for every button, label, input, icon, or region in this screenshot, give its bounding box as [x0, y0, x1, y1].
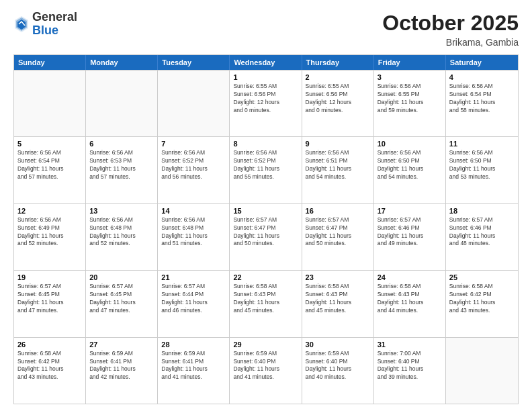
cal-cell [14, 71, 86, 136]
cal-cell: 5Sunrise: 6:56 AM Sunset: 6:54 PM Daylig… [14, 137, 86, 203]
cal-cell: 29Sunrise: 6:59 AM Sunset: 6:40 PM Dayli… [230, 338, 302, 404]
day-number: 9 [306, 140, 370, 148]
week-row-1: 1Sunrise: 6:55 AM Sunset: 6:56 PM Daylig… [14, 70, 518, 136]
day-number: 30 [306, 340, 370, 349]
day-number: 22 [233, 273, 298, 281]
logo-icon [13, 15, 30, 34]
day-number: 27 [89, 340, 154, 349]
day-info: Sunrise: 6:57 AM Sunset: 6:44 PM Dayligh… [161, 283, 226, 315]
day-info: Sunrise: 6:56 AM Sunset: 6:50 PM Dayligh… [378, 149, 442, 181]
weekday-header-thursday: Thursday [302, 55, 374, 70]
cal-cell: 8Sunrise: 6:56 AM Sunset: 6:52 PM Daylig… [230, 137, 302, 203]
day-info: Sunrise: 6:56 AM Sunset: 6:50 PM Dayligh… [449, 149, 515, 181]
day-info: Sunrise: 6:58 AM Sunset: 6:43 PM Dayligh… [233, 283, 298, 315]
calendar-header: SundayMondayTuesdayWednesdayThursdayFrid… [14, 55, 518, 70]
cal-cell: 22Sunrise: 6:58 AM Sunset: 6:43 PM Dayli… [230, 271, 302, 336]
day-info: Sunrise: 6:57 AM Sunset: 6:46 PM Dayligh… [378, 216, 442, 248]
cal-cell: 14Sunrise: 6:56 AM Sunset: 6:48 PM Dayli… [158, 204, 230, 270]
day-number: 5 [17, 140, 82, 148]
day-info: Sunrise: 6:56 AM Sunset: 6:51 PM Dayligh… [306, 149, 370, 181]
cal-cell: 25Sunrise: 6:58 AM Sunset: 6:42 PM Dayli… [446, 271, 518, 336]
day-number: 21 [161, 273, 226, 281]
logo: General Blue [13, 11, 77, 38]
cal-cell: 2Sunrise: 6:55 AM Sunset: 6:56 PM Daylig… [302, 71, 374, 136]
day-number: 26 [17, 340, 82, 349]
day-info: Sunrise: 6:59 AM Sunset: 6:40 PM Dayligh… [233, 350, 298, 382]
day-number: 18 [449, 207, 515, 215]
page: General Blue October 2025 Brikama, Gambi… [0, 0, 532, 411]
cal-cell: 10Sunrise: 6:56 AM Sunset: 6:50 PM Dayli… [374, 137, 446, 203]
month-title: October 2025 [382, 11, 519, 36]
day-info: Sunrise: 6:55 AM Sunset: 6:56 PM Dayligh… [233, 83, 298, 115]
day-number: 1 [233, 73, 298, 81]
week-row-4: 19Sunrise: 6:57 AM Sunset: 6:45 PM Dayli… [14, 270, 518, 336]
day-number: 2 [306, 73, 370, 81]
calendar: SundayMondayTuesdayWednesdayThursdayFrid… [13, 54, 519, 404]
cal-cell [86, 71, 158, 136]
day-number: 13 [89, 207, 154, 215]
day-number: 17 [378, 207, 442, 215]
day-info: Sunrise: 6:55 AM Sunset: 6:56 PM Dayligh… [306, 83, 370, 115]
cal-cell: 24Sunrise: 6:58 AM Sunset: 6:43 PM Dayli… [374, 271, 446, 336]
weekday-header-tuesday: Tuesday [158, 55, 230, 70]
weekday-header-saturday: Saturday [446, 55, 518, 70]
day-number: 20 [89, 273, 154, 281]
header: General Blue October 2025 Brikama, Gambi… [13, 11, 519, 48]
day-info: Sunrise: 6:56 AM Sunset: 6:54 PM Dayligh… [17, 149, 82, 181]
cal-cell: 6Sunrise: 6:56 AM Sunset: 6:53 PM Daylig… [86, 137, 158, 203]
day-info: Sunrise: 6:56 AM Sunset: 6:53 PM Dayligh… [89, 149, 154, 181]
week-row-5: 26Sunrise: 6:58 AM Sunset: 6:42 PM Dayli… [14, 337, 518, 404]
day-number: 7 [161, 140, 226, 148]
cal-cell: 18Sunrise: 6:57 AM Sunset: 6:46 PM Dayli… [446, 204, 518, 270]
title-block: October 2025 Brikama, Gambia [382, 11, 519, 48]
weekday-header-monday: Monday [86, 55, 158, 70]
day-number: 19 [17, 273, 82, 281]
day-info: Sunrise: 6:57 AM Sunset: 6:47 PM Dayligh… [306, 216, 370, 248]
day-number: 28 [161, 340, 226, 349]
week-row-2: 5Sunrise: 6:56 AM Sunset: 6:54 PM Daylig… [14, 136, 518, 203]
day-number: 6 [89, 140, 154, 148]
day-info: Sunrise: 6:57 AM Sunset: 6:47 PM Dayligh… [233, 216, 298, 248]
day-number: 8 [233, 140, 298, 148]
weekday-header-sunday: Sunday [14, 55, 86, 70]
logo-general-text: General [32, 10, 77, 24]
day-number: 25 [449, 273, 515, 281]
logo-blue-text: Blue [32, 24, 58, 37]
day-info: Sunrise: 6:56 AM Sunset: 6:52 PM Dayligh… [233, 149, 298, 181]
cal-cell: 27Sunrise: 6:59 AM Sunset: 6:41 PM Dayli… [86, 338, 158, 404]
calendar-body: 1Sunrise: 6:55 AM Sunset: 6:56 PM Daylig… [14, 70, 518, 404]
day-info: Sunrise: 6:58 AM Sunset: 6:43 PM Dayligh… [378, 283, 442, 315]
cal-cell: 26Sunrise: 6:58 AM Sunset: 6:42 PM Dayli… [14, 338, 86, 404]
day-number: 29 [233, 340, 298, 349]
day-number: 10 [378, 140, 442, 148]
cal-cell: 31Sunrise: 7:00 AM Sunset: 6:40 PM Dayli… [374, 338, 446, 404]
day-info: Sunrise: 6:56 AM Sunset: 6:54 PM Dayligh… [449, 83, 515, 115]
day-info: Sunrise: 6:57 AM Sunset: 6:45 PM Dayligh… [17, 283, 82, 315]
day-info: Sunrise: 6:58 AM Sunset: 6:43 PM Dayligh… [306, 283, 370, 315]
cal-cell: 20Sunrise: 6:57 AM Sunset: 6:45 PM Dayli… [86, 271, 158, 336]
day-number: 15 [233, 207, 298, 215]
cal-cell: 11Sunrise: 6:56 AM Sunset: 6:50 PM Dayli… [446, 137, 518, 203]
cal-cell: 9Sunrise: 6:56 AM Sunset: 6:51 PM Daylig… [302, 137, 374, 203]
cal-cell [158, 71, 230, 136]
day-info: Sunrise: 6:56 AM Sunset: 6:52 PM Dayligh… [161, 149, 226, 181]
day-info: Sunrise: 6:56 AM Sunset: 6:49 PM Dayligh… [17, 216, 82, 248]
day-number: 11 [449, 140, 515, 148]
day-info: Sunrise: 7:00 AM Sunset: 6:40 PM Dayligh… [378, 350, 442, 382]
day-number: 3 [378, 73, 442, 81]
week-row-3: 12Sunrise: 6:56 AM Sunset: 6:49 PM Dayli… [14, 203, 518, 270]
weekday-header-wednesday: Wednesday [230, 55, 302, 70]
day-info: Sunrise: 6:56 AM Sunset: 6:48 PM Dayligh… [89, 216, 154, 248]
day-info: Sunrise: 6:59 AM Sunset: 6:40 PM Dayligh… [306, 350, 370, 382]
day-info: Sunrise: 6:57 AM Sunset: 6:45 PM Dayligh… [89, 283, 154, 315]
day-info: Sunrise: 6:56 AM Sunset: 6:55 PM Dayligh… [378, 83, 442, 115]
day-number: 14 [161, 207, 226, 215]
day-number: 4 [449, 73, 515, 81]
cal-cell: 1Sunrise: 6:55 AM Sunset: 6:56 PM Daylig… [230, 71, 302, 136]
day-info: Sunrise: 6:59 AM Sunset: 6:41 PM Dayligh… [161, 350, 226, 382]
cal-cell: 15Sunrise: 6:57 AM Sunset: 6:47 PM Dayli… [230, 204, 302, 270]
cal-cell: 21Sunrise: 6:57 AM Sunset: 6:44 PM Dayli… [158, 271, 230, 336]
cal-cell: 16Sunrise: 6:57 AM Sunset: 6:47 PM Dayli… [302, 204, 374, 270]
day-info: Sunrise: 6:59 AM Sunset: 6:41 PM Dayligh… [89, 350, 154, 382]
day-info: Sunrise: 6:58 AM Sunset: 6:42 PM Dayligh… [17, 350, 82, 382]
